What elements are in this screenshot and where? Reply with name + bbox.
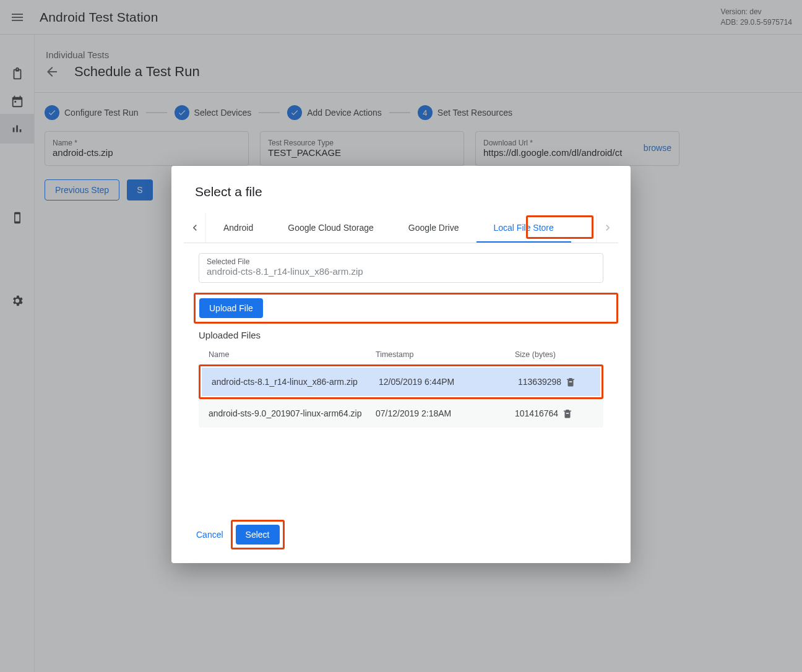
selected-file-input[interactable] xyxy=(207,266,595,277)
chevron-left-icon[interactable] xyxy=(184,213,206,243)
delete-icon[interactable] xyxy=(562,408,577,419)
file-name: android-cts-8.1_r14-linux_x86-arm.zip xyxy=(212,377,379,387)
cancel-button[interactable]: Cancel xyxy=(194,525,226,545)
file-size: 1136392984 xyxy=(518,377,561,387)
tab-local-file-store[interactable]: Local File Store xyxy=(476,214,571,243)
tabs-row: Android Google Cloud Storage Google Driv… xyxy=(184,213,618,243)
highlight-select: Select xyxy=(231,520,285,549)
file-select-dialog: Select a file Android Google Cloud Stora… xyxy=(171,166,631,563)
col-timestamp: Timestamp xyxy=(376,350,515,360)
modal-scrim[interactable]: Select a file Android Google Cloud Stora… xyxy=(0,0,802,672)
highlight-selected-row: android-cts-8.1_r14-linux_x86-arm.zip 12… xyxy=(199,364,603,399)
tab-gcs[interactable]: Google Cloud Storage xyxy=(270,214,391,241)
uploaded-files-table: Name Timestamp Size (bytes) xyxy=(199,345,603,364)
file-timestamp: 07/12/2019 2:18AM xyxy=(376,408,515,418)
table-row[interactable]: android-sts-9.0_201907-linux-arm64.zip 0… xyxy=(199,399,603,428)
upload-file-button[interactable]: Upload File xyxy=(199,298,263,318)
highlight-upload: Upload File xyxy=(194,293,618,324)
file-size: 1014167644 xyxy=(515,408,558,418)
col-name: Name xyxy=(209,350,376,360)
dialog-title: Select a file xyxy=(195,184,618,199)
dialog-actions: Cancel Select xyxy=(184,520,618,549)
delete-icon[interactable] xyxy=(565,376,580,387)
chevron-right-icon[interactable] xyxy=(596,213,618,243)
field-label: Selected File xyxy=(207,257,595,266)
tab-drive[interactable]: Google Drive xyxy=(391,214,476,241)
col-size: Size (bytes) xyxy=(515,350,564,360)
file-timestamp: 12/05/2019 6:44PM xyxy=(379,377,518,387)
table-row[interactable]: android-cts-8.1_r14-linux_x86-arm.zip 12… xyxy=(202,368,600,396)
select-button[interactable]: Select xyxy=(236,525,280,545)
selected-file-field[interactable]: Selected File xyxy=(199,253,603,283)
table-header: Name Timestamp Size (bytes) xyxy=(199,345,603,364)
uploaded-files-title: Uploaded Files xyxy=(199,330,618,340)
file-name: android-sts-9.0_201907-linux-arm64.zip xyxy=(209,408,376,418)
tab-android[interactable]: Android xyxy=(206,214,270,241)
